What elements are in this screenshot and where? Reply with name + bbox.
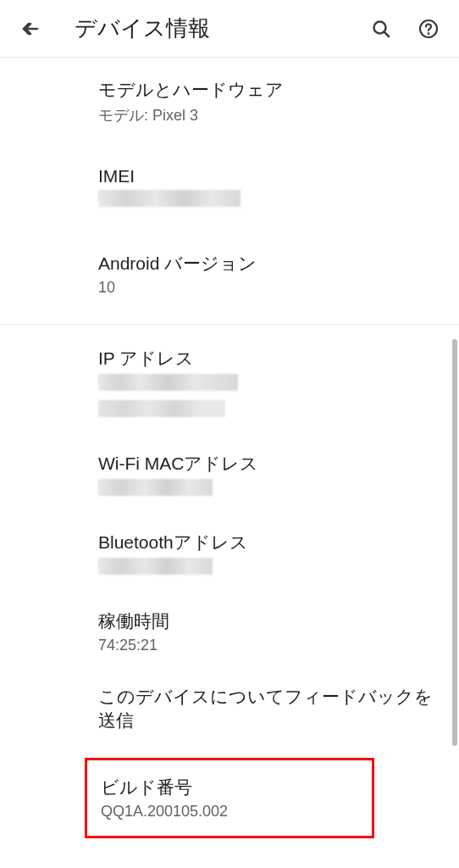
item-subtitle-redacted	[98, 374, 439, 421]
item-subtitle-redacted	[98, 479, 439, 500]
item-title: このデバイスについてフィードバックを送信	[98, 685, 439, 732]
item-wifi-mac[interactable]: Wi-Fi MACアドレス	[0, 437, 459, 515]
scrollbar[interactable]	[452, 339, 457, 746]
item-title: ビルド番号	[101, 776, 358, 799]
item-title: IMEI	[98, 166, 439, 186]
help-button[interactable]	[412, 12, 445, 46]
item-imei[interactable]: IMEI	[0, 146, 459, 231]
arrow-back-icon	[20, 19, 41, 39]
item-subtitle: 10	[98, 279, 439, 297]
item-ip-address[interactable]: IP アドレス	[0, 331, 459, 437]
svg-line-2	[384, 31, 390, 36]
back-button[interactable]	[14, 12, 47, 46]
item-send-feedback[interactable]: このデバイスについてフィードバックを送信	[0, 670, 459, 751]
item-build-number[interactable]: ビルド番号 QQ1A.200105.002	[85, 758, 374, 838]
settings-list: モデルとハードウェア モデル: Pixel 3 IMEI Android バージ…	[0, 58, 459, 838]
item-title: 稼働時間	[98, 609, 439, 633]
item-title: Android バージョン	[98, 252, 439, 275]
search-icon	[371, 19, 391, 39]
item-title: モデルとハードウェア	[98, 78, 439, 102]
item-title: Bluetoothアドレス	[98, 531, 439, 554]
item-subtitle-redacted	[98, 558, 439, 579]
item-title: Wi-Fi MACアドレス	[98, 452, 439, 476]
app-bar: デバイス情報	[0, 0, 459, 58]
item-title: IP アドレス	[98, 347, 439, 370]
svg-point-4	[429, 33, 429, 34]
item-android-version[interactable]: Android バージョン 10	[0, 231, 459, 317]
page-title: デバイス情報	[75, 14, 364, 43]
item-bluetooth-address[interactable]: Bluetoothアドレス	[0, 515, 459, 594]
search-button[interactable]	[364, 12, 398, 46]
item-subtitle: 74:25:21	[98, 637, 439, 654]
item-uptime[interactable]: 稼働時間 74:25:21	[0, 594, 459, 670]
item-subtitle: モデル: Pixel 3	[98, 105, 439, 125]
divider	[0, 324, 459, 325]
item-model-hardware[interactable]: モデルとハードウェア モデル: Pixel 3	[0, 58, 459, 146]
item-subtitle-redacted	[98, 190, 439, 211]
item-subtitle: QQ1A.200105.002	[101, 803, 358, 821]
help-icon	[418, 19, 439, 39]
header-actions	[364, 12, 445, 46]
